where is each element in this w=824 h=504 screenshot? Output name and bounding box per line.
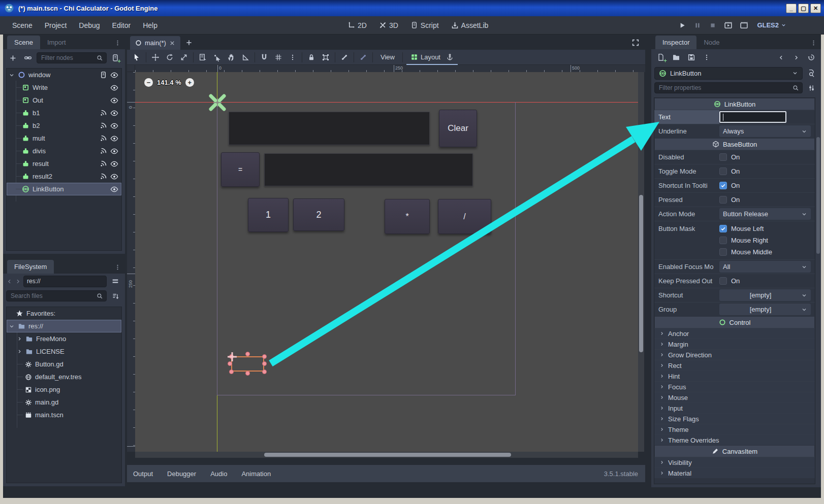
tree-row-linkbutton[interactable]: LinkButton [7, 183, 121, 195]
resource-menu-button[interactable] [700, 51, 713, 64]
group-theme[interactable]: Theme [654, 424, 815, 434]
anchor-icon[interactable] [446, 53, 454, 61]
scene-tab-main[interactable]: main(*) [130, 36, 180, 50]
file-row-maintscn[interactable]: main.tscn [7, 409, 121, 421]
group-theme-overrides[interactable]: Theme Overrides [654, 434, 815, 445]
menu-debug[interactable]: Debug [73, 16, 106, 35]
signal-connection-icon[interactable] [100, 173, 107, 180]
history-back-button[interactable] [774, 51, 787, 64]
add-node-button[interactable] [6, 51, 19, 64]
group-input[interactable]: Input [654, 402, 815, 413]
tree-row-result[interactable]: result [7, 157, 121, 170]
inspector-scroll-thumb[interactable] [816, 137, 820, 254]
tab-filesystem[interactable]: FileSystem [7, 260, 54, 274]
skeleton-bone-button[interactable] [338, 51, 351, 64]
tree-row-result2[interactable]: result2 [7, 170, 121, 183]
tab-node[interactable]: Node [696, 36, 726, 49]
filter-nodes-box[interactable] [37, 52, 107, 63]
tab-audio[interactable]: Audio [204, 465, 233, 482]
group-mouse[interactable]: Mouse [654, 392, 815, 402]
tab-import-dock[interactable]: Import [40, 36, 73, 49]
snap-options-button[interactable] [286, 51, 299, 64]
signal-connection-icon[interactable] [100, 147, 107, 155]
tree-row-out[interactable]: Out [7, 94, 121, 107]
group-rect[interactable]: Rect [654, 360, 815, 371]
file-row-license[interactable]: LICENSE [7, 345, 121, 358]
group-grow-direction[interactable]: Grow Direction [654, 349, 815, 360]
group-visibility[interactable]: Visibility [654, 457, 815, 467]
sort-files-button[interactable] [109, 289, 122, 303]
selection-handle[interactable] [245, 371, 250, 376]
collapse-icon[interactable] [9, 323, 15, 329]
signal-connection-icon[interactable] [100, 122, 107, 129]
save-resource-button[interactable] [685, 51, 698, 64]
tab-3d[interactable]: 3D [373, 16, 404, 35]
edited-node-selector[interactable]: LinkButton [654, 67, 803, 80]
tree-row-mult[interactable]: mult [7, 132, 121, 145]
attach-script-button[interactable] [109, 51, 122, 64]
dock-menu-icon[interactable] [810, 40, 817, 46]
file-row-iconpng[interactable]: icon.png [7, 383, 121, 396]
group-anchor[interactable]: Anchor [654, 328, 815, 339]
focus-mode-dropdown[interactable]: All [719, 261, 811, 273]
grid-snap-button[interactable] [272, 51, 285, 64]
nav-forward-icon[interactable] [15, 278, 21, 285]
load-resource-button[interactable] [670, 51, 683, 64]
text-property-input[interactable] [719, 111, 786, 123]
mouse-right-checkbox[interactable] [719, 237, 727, 244]
canvas-viewport[interactable]: − 141.4 % + Clear = 1 2 * / [135, 72, 638, 452]
tree-row-b2[interactable]: b2 [7, 119, 121, 132]
group-size-flags[interactable]: Size Flags [654, 413, 815, 424]
tab-debugger[interactable]: Debugger [161, 465, 202, 482]
file-row-res[interactable]: res:// [7, 320, 121, 332]
action-mode-dropdown[interactable]: Button Release [719, 208, 811, 220]
menu-project[interactable]: Project [39, 16, 73, 35]
play-button[interactable] [675, 16, 690, 35]
skeleton-options-button[interactable] [357, 51, 370, 64]
menu-editor[interactable]: Editor [106, 16, 137, 35]
selection-handle[interactable] [262, 354, 267, 359]
keep-pressed-checkbox[interactable] [719, 277, 727, 285]
split-mode-button[interactable] [109, 275, 122, 288]
renderer-select[interactable]: GLES2 [752, 21, 791, 29]
filter-properties-box[interactable] [654, 82, 803, 93]
filter-nodes-input[interactable] [40, 54, 97, 62]
menu-help[interactable]: Help [137, 16, 164, 35]
tree-row-divis[interactable]: divis [7, 145, 121, 157]
ruler-tool-button[interactable] [239, 51, 252, 64]
inspector-scrollbar[interactable] [816, 102, 820, 457]
minimize-button[interactable]: _ [786, 4, 797, 13]
pivot-select-button[interactable] [210, 51, 224, 64]
mouse-left-checkbox[interactable] [719, 225, 727, 232]
pressed-checkbox[interactable] [719, 196, 727, 204]
canvas-vscrollbar[interactable] [638, 72, 644, 452]
play-custom-scene-button[interactable] [736, 16, 752, 35]
maximize-button[interactable]: ▢ [798, 4, 809, 13]
script-attached-icon[interactable] [100, 71, 107, 79]
expand-icon[interactable] [17, 349, 22, 354]
file-row-buttongd[interactable]: Button.gd [7, 358, 121, 371]
dock-menu-icon[interactable] [114, 40, 121, 46]
smart-snap-button[interactable] [258, 51, 271, 64]
stop-button[interactable] [705, 16, 720, 35]
group-object-button[interactable] [319, 51, 332, 64]
zoom-in-button[interactable]: + [185, 78, 194, 87]
scale-tool-button[interactable] [177, 51, 191, 64]
file-row-freemono[interactable]: FreeMono [7, 332, 121, 345]
tree-row-write[interactable]: Write [7, 81, 121, 94]
collapse-icon[interactable] [9, 72, 15, 78]
search-files-box[interactable] [6, 290, 107, 301]
view-menu[interactable]: View [375, 51, 400, 64]
visibility-eye-icon[interactable] [110, 185, 118, 193]
origin-gizmo[interactable] [204, 89, 231, 116]
pause-button[interactable] [690, 16, 705, 35]
close-button[interactable]: ✕ [810, 4, 821, 13]
close-tab-icon[interactable] [169, 40, 175, 46]
file-row-maingd[interactable]: main.gd [7, 396, 121, 409]
canvas-hscrollbar[interactable] [135, 452, 638, 458]
visibility-eye-icon[interactable] [110, 122, 118, 130]
vscroll-thumb[interactable] [639, 195, 643, 352]
group-resource-dropdown[interactable]: [empty] [719, 304, 811, 315]
tree-row-b1[interactable]: b1 [7, 107, 121, 119]
search-files-input[interactable] [10, 292, 97, 300]
